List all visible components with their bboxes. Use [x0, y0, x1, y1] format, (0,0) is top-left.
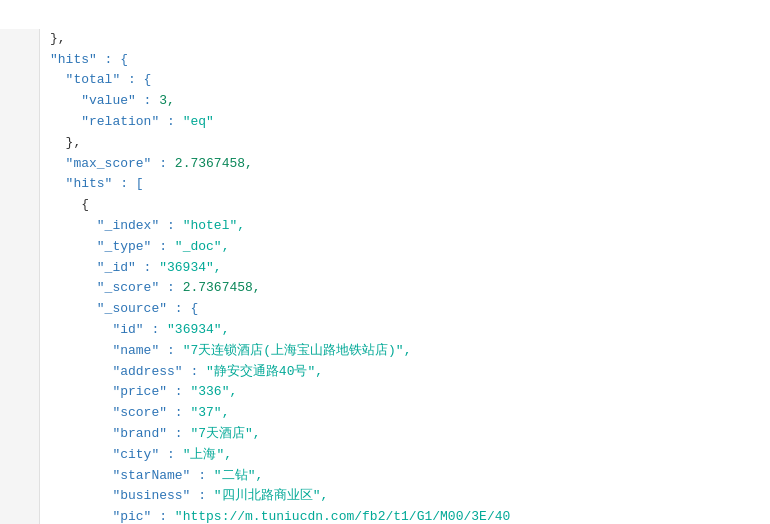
code-content: "id" : "36934", [40, 320, 770, 341]
line-number [0, 486, 40, 507]
code-line: }, [0, 133, 770, 154]
token: "city" : [50, 447, 183, 462]
line-number [0, 507, 40, 524]
token: "7天酒店", [190, 426, 260, 441]
token: "上海", [183, 447, 232, 462]
line-number [0, 382, 40, 403]
code-content: "_id" : "36934", [40, 258, 770, 279]
token: "max_score" : [50, 156, 175, 171]
token: "_doc", [175, 239, 230, 254]
code-line: "hits" : [ [0, 174, 770, 195]
code-line: "relation" : "eq" [0, 112, 770, 133]
code-content: "_source" : { [40, 299, 770, 320]
line-number [0, 91, 40, 112]
code-content: "price" : "336", [40, 382, 770, 403]
code-line: "id" : "36934", [0, 320, 770, 341]
line-number [0, 341, 40, 362]
code-content: "value" : 3, [40, 91, 770, 112]
code-content: "city" : "上海", [40, 445, 770, 466]
code-content: "score" : "37", [40, 403, 770, 424]
line-number [0, 195, 40, 216]
line-number [0, 216, 40, 237]
token: "id" : [50, 322, 167, 337]
token: "_index" : [50, 218, 183, 233]
line-number [0, 29, 40, 50]
code-content: }, [40, 133, 770, 154]
line-number [0, 278, 40, 299]
token: "_id" : [50, 260, 159, 275]
line-number [0, 299, 40, 320]
token: "name" : [50, 343, 183, 358]
code-content: "_type" : "_doc", [40, 237, 770, 258]
line-number [0, 403, 40, 424]
code-content: "hits" : [ [40, 174, 770, 195]
token: 2.7367458, [175, 156, 253, 171]
token: "四川北路商业区", [214, 488, 328, 503]
code-line: "address" : "静安交通路40号", [0, 362, 770, 383]
token: "https://m.tuniucdn.com/fb2/t1/G1/M00/3E… [175, 509, 510, 524]
token: "hits" : { [50, 52, 128, 67]
token: "静安交通路40号", [206, 364, 323, 379]
code-viewer: },"hits" : { "total" : { "value" : 3, "r… [0, 0, 770, 524]
code-line: "value" : 3, [0, 91, 770, 112]
line-number [0, 50, 40, 71]
code-content: "name" : "7天连锁酒店(上海宝山路地铁站店)", [40, 341, 770, 362]
token: }, [50, 135, 81, 150]
code-line: "_score" : 2.7367458, [0, 278, 770, 299]
token: "37", [190, 405, 229, 420]
line-number [0, 174, 40, 195]
code-content: "total" : { [40, 70, 770, 91]
code-line: "hits" : { [0, 50, 770, 71]
token: "36934", [167, 322, 229, 337]
token: "brand" : [50, 426, 190, 441]
code-content: "_index" : "hotel", [40, 216, 770, 237]
code-line: "_index" : "hotel", [0, 216, 770, 237]
line-number [0, 237, 40, 258]
token: "relation" : [50, 114, 183, 129]
code-line: "city" : "上海", [0, 445, 770, 466]
token: "二钻", [214, 468, 263, 483]
token: "starName" : [50, 468, 214, 483]
code-line: "_source" : { [0, 299, 770, 320]
code-content: "business" : "四川北路商业区", [40, 486, 770, 507]
token: "_type" : [50, 239, 175, 254]
token: "value" : [50, 93, 159, 108]
token: "_source" : { [50, 301, 198, 316]
token: }, [50, 31, 66, 46]
code-line: }, [0, 29, 770, 50]
line-number [0, 466, 40, 487]
code-line: "business" : "四川北路商业区", [0, 486, 770, 507]
code-content: "max_score" : 2.7367458, [40, 154, 770, 175]
code-content: { [40, 195, 770, 216]
code-line: { [0, 195, 770, 216]
token: "eq" [183, 114, 214, 129]
token: "score" : [50, 405, 190, 420]
code-line: "name" : "7天连锁酒店(上海宝山路地铁站店)", [0, 341, 770, 362]
line-number [0, 112, 40, 133]
code-line: "total" : { [0, 70, 770, 91]
line-number [0, 445, 40, 466]
token: "_score" : [50, 280, 183, 295]
code-content: "address" : "静安交通路40号", [40, 362, 770, 383]
line-number [0, 154, 40, 175]
token: 3, [159, 93, 175, 108]
token: 2.7367458, [183, 280, 261, 295]
code-content: "hits" : { [40, 50, 770, 71]
code-content: "pic" : "https://m.tuniucdn.com/fb2/t1/G… [40, 507, 770, 524]
line-number [0, 133, 40, 154]
token: "address" : [50, 364, 206, 379]
line-number [0, 320, 40, 341]
token: "336", [190, 384, 237, 399]
code-content: "relation" : "eq" [40, 112, 770, 133]
code-line: "pic" : "https://m.tuniucdn.com/fb2/t1/G… [0, 507, 770, 524]
token: "pic" : [50, 509, 175, 524]
token: "hotel", [183, 218, 245, 233]
code-line: "starName" : "二钻", [0, 466, 770, 487]
code-content: "brand" : "7天酒店", [40, 424, 770, 445]
line-number [0, 424, 40, 445]
code-line: "brand" : "7天酒店", [0, 424, 770, 445]
token: "7天连锁酒店(上海宝山路地铁站店)", [183, 343, 412, 358]
code-line: "_type" : "_doc", [0, 237, 770, 258]
code-content: }, [40, 29, 770, 50]
code-line: "_id" : "36934", [0, 258, 770, 279]
